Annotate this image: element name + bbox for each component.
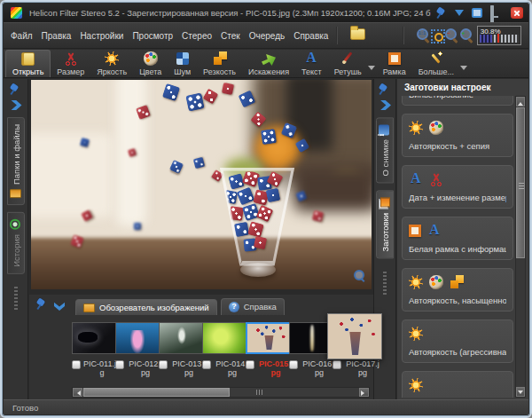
prev-image-button[interactable] xyxy=(364,27,376,44)
tab-brightness[interactable]: Яркость xyxy=(90,50,133,77)
thumbnail[interactable]: PIC-016.jpg xyxy=(289,319,328,388)
menu-view[interactable]: Просмотр xyxy=(132,31,173,41)
thumbnail[interactable]: PIC-013.jpg xyxy=(159,319,198,388)
scrollbar-thumb[interactable] xyxy=(516,107,525,258)
thumbnail[interactable]: PIC-012.jpg xyxy=(115,319,154,388)
preset-item[interactable]: Дата + изменение размера до 10 xyxy=(402,165,513,209)
tab-more[interactable]: Больше... xyxy=(412,50,460,77)
thumbnail-checkbox[interactable] xyxy=(289,360,298,369)
tab-sharpness[interactable]: Резкость xyxy=(197,50,242,77)
preset-item[interactable]: Автояркость + сепия xyxy=(402,114,513,157)
preset-item[interactable]: Автояркость (нормальная) xyxy=(402,371,513,398)
palette-icon xyxy=(429,121,443,135)
dock-tab-about-image[interactable]: О снимке xyxy=(376,117,394,183)
thumbnail-hovered[interactable]: PIC-017.jpg xyxy=(332,319,372,388)
close-icon[interactable] xyxy=(511,7,523,19)
chevron-down-icon[interactable] xyxy=(460,66,467,74)
tab-colors[interactable]: Цвета xyxy=(133,50,168,77)
next-image-button[interactable] xyxy=(381,27,393,44)
tab-help[interactable]: Справка xyxy=(221,298,285,315)
collapse-arrow-icon[interactable] xyxy=(455,10,464,20)
zoom-out-button[interactable]: – xyxy=(443,28,452,43)
thumbnail-checkbox[interactable] xyxy=(72,360,81,369)
menu-edit[interactable]: Правка xyxy=(42,31,72,41)
tab-frame[interactable]: Рамка xyxy=(377,50,412,77)
preset-item[interactable]: Автояркость, насыщенность, рез xyxy=(402,268,513,312)
die xyxy=(128,148,137,157)
tab-text[interactable]: Текст xyxy=(295,50,328,77)
thumbnail-image[interactable] xyxy=(115,322,161,354)
scroll-up-icon[interactable] xyxy=(516,97,525,106)
dock-tab-folders-files[interactable]: Папки и файлы xyxy=(7,117,25,205)
die xyxy=(185,92,204,111)
scrollbar-thumb[interactable] xyxy=(83,388,230,397)
chevron-right-icon[interactable] xyxy=(379,100,391,110)
thumbnail-checkbox[interactable] xyxy=(115,360,124,369)
chevron-right-icon[interactable] xyxy=(10,100,22,110)
preset-item[interactable]: Виньетирование xyxy=(402,96,513,106)
scroll-down-icon[interactable] xyxy=(516,387,525,397)
thumbnail-checkbox[interactable] xyxy=(332,360,341,369)
die xyxy=(234,222,249,237)
folder-open-icon xyxy=(21,52,35,66)
tab-open[interactable]: Открыть xyxy=(5,50,51,77)
info-icon xyxy=(379,124,389,135)
statusbar: Готово xyxy=(4,399,528,414)
thumbnail-selected[interactable]: PIC-015.jpg xyxy=(246,319,285,388)
browser-tabbar: Обозреватель изображений Справка xyxy=(29,295,373,315)
magnifier-icon[interactable] xyxy=(352,268,366,282)
splitter-grip[interactable] xyxy=(256,390,263,395)
thumbnail-image[interactable] xyxy=(72,322,118,354)
menu-file[interactable]: Файл xyxy=(11,31,33,41)
zoom-actual-button[interactable]: 1:1 xyxy=(415,28,424,43)
brush-icon xyxy=(340,51,355,66)
splitter-grip[interactable] xyxy=(383,272,387,295)
pin-icon[interactable] xyxy=(10,84,22,95)
dock-tab-presets[interactable]: Заготовки xyxy=(376,190,394,258)
menu-help[interactable]: Справка xyxy=(293,31,328,41)
thumbnail-image[interactable] xyxy=(327,313,382,359)
preset-item[interactable]: Автояркость (агрессивная) xyxy=(402,319,513,363)
die xyxy=(250,111,266,127)
zoom-meter[interactable]: 30.8% xyxy=(477,26,521,45)
menu-queue[interactable]: Очередь xyxy=(249,31,286,41)
dock-tab-history[interactable]: История xyxy=(7,212,25,274)
tab-image-browser[interactable]: Обозреватель изображений xyxy=(75,299,217,315)
thumbnail[interactable]: PIC-011.jpg xyxy=(72,319,111,388)
pin-icon[interactable] xyxy=(436,8,447,19)
scroll-left-icon[interactable] xyxy=(73,388,82,397)
zoom-in-button[interactable]: + xyxy=(458,28,467,43)
presets-scrollbar[interactable] xyxy=(515,96,526,398)
die xyxy=(261,129,277,145)
tab-size[interactable]: Размер xyxy=(51,50,90,77)
preset-item[interactable]: Белая рамка с информацией о сн xyxy=(402,217,513,260)
image-canvas[interactable] xyxy=(29,79,373,295)
open-folder-button[interactable] xyxy=(348,27,360,44)
die xyxy=(80,138,90,147)
tab-distortion[interactable]: Искажения xyxy=(242,50,295,77)
thumbnail-checkbox[interactable] xyxy=(159,360,168,369)
thumbnail-image[interactable] xyxy=(246,322,292,354)
thumbnail[interactable]: PIC-014.jpg xyxy=(202,319,241,388)
menu-stack[interactable]: Стек xyxy=(221,31,240,41)
scroll-right-icon[interactable] xyxy=(359,388,369,397)
monitor-icon[interactable] xyxy=(490,5,494,24)
chevron-down-icon[interactable] xyxy=(368,66,375,74)
thumbnail-image[interactable] xyxy=(202,322,248,354)
splitter-grip[interactable] xyxy=(14,287,18,310)
zoom-fit-button[interactable] xyxy=(429,28,438,43)
tab-retouch[interactable]: Ретушь xyxy=(328,50,368,77)
die xyxy=(266,188,281,203)
menu-stereo[interactable]: Стерео xyxy=(182,31,212,41)
menu-settings[interactable]: Настройки xyxy=(80,31,123,41)
pin-icon[interactable] xyxy=(379,84,391,95)
thumbnail-image[interactable] xyxy=(159,322,205,354)
presets-icon xyxy=(379,197,390,209)
thumbnail-checkbox[interactable] xyxy=(246,360,254,369)
maximize-icon[interactable] xyxy=(472,8,482,18)
browser-scrollbar[interactable] xyxy=(72,387,370,398)
tab-noise[interactable]: Шум xyxy=(168,50,197,77)
thumbnail-checkbox[interactable] xyxy=(202,360,211,369)
history-icon xyxy=(10,219,20,230)
letter-a-icon xyxy=(409,172,423,186)
